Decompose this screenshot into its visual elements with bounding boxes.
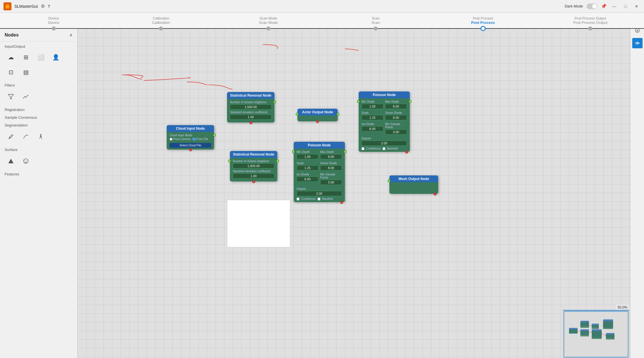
stat2-field1-value[interactable]: 1,500.00 <box>233 163 274 169</box>
poisson1-solverdivide-value[interactable]: 8.00 <box>385 115 407 120</box>
svg-marker-2 <box>8 94 14 99</box>
svg-rect-10 <box>569 329 578 334</box>
cloud-input-camera-option[interactable]: From Camera <box>170 137 191 141</box>
stat2-port-bottom[interactable] <box>252 180 255 183</box>
sidebar-icon-grid2[interactable]: ⊡ <box>5 66 17 79</box>
cloud-input-file-option[interactable]: From File <box>193 137 208 141</box>
poisson1-scale-value[interactable]: 1.25 <box>362 115 383 120</box>
poisson2-isodivide-value[interactable]: 8.00 <box>297 177 318 182</box>
node-mesh-output[interactable]: Mesh Output Node <box>389 175 438 194</box>
close-button[interactable]: ✕ <box>633 3 641 9</box>
canvas-area[interactable]: Cloud Input Node Cloud Input Mode From C… <box>78 29 644 358</box>
poisson2-minsample-value[interactable]: 3.00 <box>320 180 342 185</box>
mesh-output-port-left[interactable] <box>388 179 391 182</box>
help-icon[interactable]: ? <box>48 4 50 9</box>
minimap[interactable] <box>563 311 629 358</box>
node-actor-output[interactable]: Actor Output Node <box>297 109 338 121</box>
actor-port-left[interactable] <box>296 113 299 116</box>
sidebar-icon-table[interactable]: ▤ <box>20 66 32 79</box>
nav-step-calibration[interactable]: Calibration Calibration <box>107 13 215 28</box>
select-cloud-file-button[interactable]: Select Cloud File <box>170 143 211 148</box>
svg-rect-14 <box>580 331 589 336</box>
node-poisson-1-body: Min Depth 1.00 Max Depth 8.00 Scale 1.25… <box>359 98 410 152</box>
poisson2-port-right[interactable] <box>344 150 347 153</box>
poisson2-manifold-label: Manifold <box>322 197 333 200</box>
node-stat-removal-2-body: Number of closest neighbors 1,500.00 Sta… <box>230 158 277 181</box>
poisson1-minsample-value[interactable]: 3.00 <box>385 129 407 135</box>
poisson1-port-left[interactable] <box>357 100 360 103</box>
nav-step-calibration-top: Calibration <box>153 16 169 20</box>
sidebar-icon-walk[interactable] <box>34 130 47 143</box>
poisson2-port-bottom[interactable] <box>340 201 343 204</box>
poisson2-port-left[interactable] <box>292 150 295 153</box>
sidebar-icon-curve[interactable] <box>20 130 32 143</box>
minimize-button[interactable]: — <box>610 3 619 9</box>
poisson1-port-right[interactable] <box>409 100 412 103</box>
poisson2-mindepth-value[interactable]: 1.00 <box>297 154 318 159</box>
poisson1-isodivide-value[interactable]: 8.00 <box>362 126 383 131</box>
white-box-node[interactable] <box>227 200 290 247</box>
minimap-line <box>563 310 629 311</box>
poisson1-degree-label: Degree <box>362 137 407 140</box>
poisson2-degree-value[interactable]: 2.00 <box>297 191 342 196</box>
nav-step-scanmode[interactable]: Scan Mode Scan Mode <box>215 13 322 28</box>
stat1-port-bottom[interactable] <box>249 121 252 124</box>
navbar: Device Device Calibration Calibration Sc… <box>0 13 644 29</box>
stat2-port-right[interactable] <box>276 160 279 162</box>
nav-step-scan[interactable]: Scan Scan <box>322 13 430 28</box>
poisson1-confidence-checkbox[interactable] <box>362 147 364 150</box>
mesh-output-port-bottomright[interactable] <box>434 193 437 196</box>
node-stat-removal-1[interactable]: Statistical Removal Node Number of close… <box>227 92 274 122</box>
poisson1-maxdepth-value[interactable]: 8.00 <box>385 104 407 109</box>
node-stat-removal-2[interactable]: Statistical Removal Node Number of close… <box>230 151 277 181</box>
node-cloud-input[interactable]: Cloud Input Node Cloud Input Mode From C… <box>167 125 214 150</box>
maximize-button[interactable]: □ <box>622 3 629 9</box>
stat2-field2-value[interactable]: 1.00 <box>233 173 274 179</box>
poisson1-degree-value[interactable]: 2.00 <box>362 141 407 146</box>
poisson1-manifold-checkbox[interactable] <box>382 147 385 150</box>
sidebar-icon-pencil[interactable] <box>5 130 17 143</box>
sidebar-icon-cloud[interactable]: ☁ <box>5 51 17 64</box>
poisson2-confidence-label: Confidence <box>301 197 316 200</box>
sidebar-icon-triangle[interactable] <box>5 155 17 167</box>
stat1-port-right[interactable] <box>273 101 276 104</box>
sidebar-icon-input[interactable]: ⊞ <box>20 51 32 64</box>
sidebar-icon-person[interactable]: 👤 <box>49 51 62 64</box>
nav-dot-postprocess <box>480 26 486 31</box>
dark-mode-toggle[interactable] <box>587 3 597 9</box>
poisson2-scale-value[interactable]: 1.25 <box>297 165 318 171</box>
sidebar-icon-filter[interactable] <box>5 90 17 103</box>
poisson1-confidence-label: Confidence <box>366 147 381 150</box>
cloud-input-port-bottom[interactable] <box>189 148 192 151</box>
nav-step-postprocess-output[interactable]: Post Process Output Post Process Output <box>537 13 644 28</box>
sidebar-collapse-icon[interactable]: ∧ <box>69 32 73 38</box>
gear-icon[interactable]: ⚙ <box>41 3 45 9</box>
cloud-input-port-right[interactable] <box>213 134 216 137</box>
poisson2-manifold-checkbox[interactable] <box>318 198 320 200</box>
nav-dot-scanmode <box>266 26 270 30</box>
poisson2-confidence-checkbox[interactable] <box>297 198 299 200</box>
nav-step-calibration-bottom: Calibration <box>152 20 170 25</box>
nav-step-scanmode-bottom: Scan Mode <box>259 20 278 25</box>
poisson1-isodivide-label: Iso Divide <box>362 122 383 126</box>
stat1-field1-value[interactable]: 1,500.00 <box>230 104 272 110</box>
poisson2-maxdepth-value[interactable]: 8.00 <box>320 154 342 159</box>
nav-step-device[interactable]: Device Device <box>0 13 107 28</box>
sidebar-icon-frame[interactable]: ⬜ <box>34 51 47 64</box>
poisson1-port-bottom[interactable] <box>405 151 408 154</box>
poisson1-mindepth-value[interactable]: 1.00 <box>362 104 383 109</box>
node-poisson-2[interactable]: Poisson Node Min Depth 1.00 Max Depth 8.… <box>294 142 345 202</box>
sidebar-icon-chart[interactable] <box>20 90 32 103</box>
stat2-port-left[interactable] <box>228 160 231 162</box>
sidebar-icon-smiley[interactable] <box>20 155 32 167</box>
nav-step-postprocess[interactable]: Post Process Post Process <box>429 13 537 28</box>
cloud-input-mode-label: Cloud Input Mode <box>170 134 211 137</box>
actor-port-bottom[interactable] <box>316 120 319 123</box>
node-poisson-1[interactable]: Poisson Node Min Depth 1.00 Max Depth 8.… <box>359 91 410 152</box>
pin-icon[interactable]: 📌 <box>601 3 607 9</box>
stat1-field2-value[interactable]: 1.00 <box>230 114 272 120</box>
connect-button[interactable] <box>632 38 643 48</box>
poisson2-solverdivide-value[interactable]: 8.00 <box>320 165 342 171</box>
node-poisson-2-body: Min Depth 1.00 Max Depth 8.00 Scale 1.25… <box>294 149 345 202</box>
actor-port-right[interactable] <box>337 113 339 116</box>
